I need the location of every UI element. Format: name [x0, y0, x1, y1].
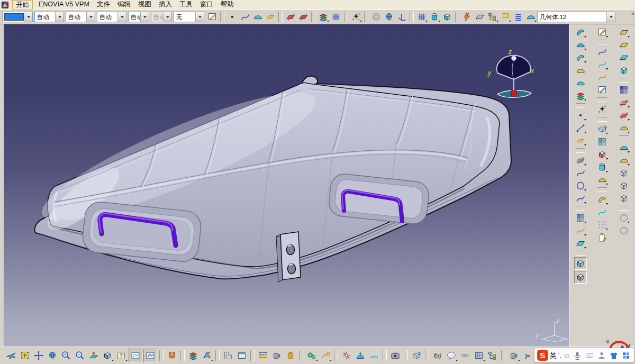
comment-icon[interactable]: ··· [445, 349, 458, 362]
chevron-down-icon[interactable] [606, 171, 608, 172]
close-surface-icon[interactable] [618, 193, 630, 204]
chevron-down-icon[interactable] [117, 12, 126, 22]
grid-pick-icon[interactable] [330, 11, 342, 23]
property-combo-5[interactable]: 无 [174, 12, 204, 22]
keyboard-icon[interactable] [584, 350, 595, 361]
chevron-down-icon[interactable] [55, 12, 64, 22]
export-box-icon[interactable] [410, 349, 423, 362]
mic-icon[interactable] [572, 350, 583, 361]
split-icon[interactable] [618, 97, 630, 108]
chevron-down-icon[interactable] [606, 68, 608, 70]
quick-help-icon[interactable]: ? [115, 349, 128, 362]
paint-copy-icon[interactable] [206, 11, 218, 23]
chevron-down-icon[interactable] [425, 21, 428, 22]
property-combo-2[interactable]: 自动 [97, 12, 126, 22]
chamfer-icon[interactable] [618, 167, 630, 179]
chevron-down-icon[interactable] [584, 144, 586, 146]
rotate-view-icon[interactable] [46, 349, 59, 362]
chevron-down-icon[interactable] [628, 164, 630, 166]
link-icon[interactable] [459, 349, 471, 362]
point-icon[interactable] [226, 11, 238, 23]
chevron-down-icon[interactable] [534, 21, 537, 22]
multi-extract-icon[interactable] [318, 11, 329, 23]
iso-view-icon[interactable] [101, 349, 114, 362]
property-combo-1[interactable]: 自动 [66, 12, 95, 22]
chevron-down-icon[interactable] [584, 234, 586, 236]
menu-item-2[interactable]: 文件 [93, 0, 114, 10]
chevron-down-icon[interactable] [584, 132, 586, 133]
mounting-bracket[interactable] [276, 232, 301, 282]
structure-tree-icon[interactable] [486, 349, 499, 362]
chevron-down-icon[interactable] [606, 203, 608, 205]
join-icon[interactable] [618, 26, 630, 38]
chevron-down-icon[interactable] [584, 247, 586, 249]
translate-icon[interactable] [596, 123, 608, 135]
measure-item-icon[interactable] [270, 349, 283, 362]
line-tool-icon[interactable] [575, 122, 586, 134]
chevron-down-icon[interactable] [496, 21, 498, 22]
chevron-down-icon[interactable] [360, 21, 362, 22]
property-combo-0[interactable]: 自动 [34, 12, 64, 22]
extract-icon[interactable] [575, 238, 586, 249]
chevron-down-icon[interactable] [438, 21, 440, 22]
chevron-down-icon[interactable] [584, 119, 586, 121]
person-icon[interactable] [596, 350, 607, 361]
scaling-icon[interactable] [596, 149, 608, 160]
quick-trim-icon[interactable] [575, 212, 586, 224]
chevron-down-icon[interactable] [584, 164, 586, 166]
burst-icon[interactable] [340, 349, 353, 362]
curve-smooth-icon[interactable] [618, 52, 630, 63]
chevron-down-icon[interactable] [606, 12, 615, 22]
healing-icon[interactable] [618, 39, 630, 51]
measure-inertia-icon[interactable] [284, 349, 297, 362]
model-canvas[interactable]: z x y z y x [4, 24, 569, 347]
customize-gears-icon[interactable] [305, 349, 318, 362]
menu-item-6[interactable]: 工具 [176, 0, 196, 10]
surface-simplify-icon[interactable] [618, 65, 630, 76]
toolbar-overflow-chevron[interactable]: » [631, 10, 634, 16]
chevron-down-icon[interactable] [584, 189, 586, 191]
ime-emoji-button[interactable]: ☺ [563, 351, 570, 360]
ime-punctuation-toggle[interactable]: ’, [558, 352, 561, 359]
edge-fillet-icon[interactable] [618, 154, 630, 166]
point-tool-icon[interactable] [575, 110, 586, 121]
menu-item-7[interactable]: 窗口 [196, 0, 217, 10]
fx-icon[interactable]: f(x) [431, 349, 444, 362]
chevron-down-icon[interactable] [140, 12, 149, 22]
chevron-down-icon[interactable] [606, 133, 608, 134]
chevron-down-icon[interactable] [584, 36, 586, 38]
ime-language-toggle[interactable]: 英 [550, 351, 557, 360]
fit-all-icon[interactable] [19, 349, 31, 362]
chevron-down-icon[interactable] [518, 360, 520, 361]
pick-face-icon[interactable] [285, 11, 296, 23]
view-compass[interactable]: z x y [487, 48, 534, 97]
camera-icon[interactable] [389, 349, 402, 362]
helix-icon[interactable] [596, 46, 608, 58]
toolbox-grid-icon[interactable] [621, 350, 631, 361]
3d-viewport[interactable]: z x y z y x [4, 24, 569, 347]
chevron-down-icon[interactable] [628, 222, 630, 223]
cube-body-icon[interactable] [441, 11, 453, 23]
skin-shirt-icon[interactable] [609, 350, 619, 361]
pan-icon[interactable] [32, 349, 45, 362]
layer-stack-icon[interactable] [187, 349, 199, 362]
catalyst-icon[interactable] [461, 11, 473, 23]
chevron-down-icon[interactable] [606, 184, 608, 185]
chevron-down-icon[interactable] [509, 21, 511, 22]
sweep-surface-icon[interactable] [575, 52, 586, 63]
chevron-down-icon[interactable] [628, 132, 630, 133]
pick-window-icon[interactable] [297, 11, 309, 23]
connect-curve-icon[interactable] [596, 71, 608, 83]
compass-tool-icon[interactable] [383, 11, 395, 23]
axis-system-icon[interactable] [396, 11, 407, 23]
chevron-down-icon[interactable] [584, 99, 586, 101]
list-edit-icon[interactable] [512, 11, 524, 23]
chevron-down-icon[interactable] [316, 360, 318, 361]
catalog-icon[interactable] [166, 349, 178, 362]
chevron-down-icon[interactable] [628, 151, 630, 153]
disassemble-icon[interactable] [618, 84, 630, 96]
sketch-plane-icon[interactable] [596, 84, 608, 96]
fountain-icon[interactable] [354, 349, 367, 362]
auto-flag-icon[interactable] [500, 11, 511, 23]
chevron-down-icon[interactable] [86, 12, 95, 22]
